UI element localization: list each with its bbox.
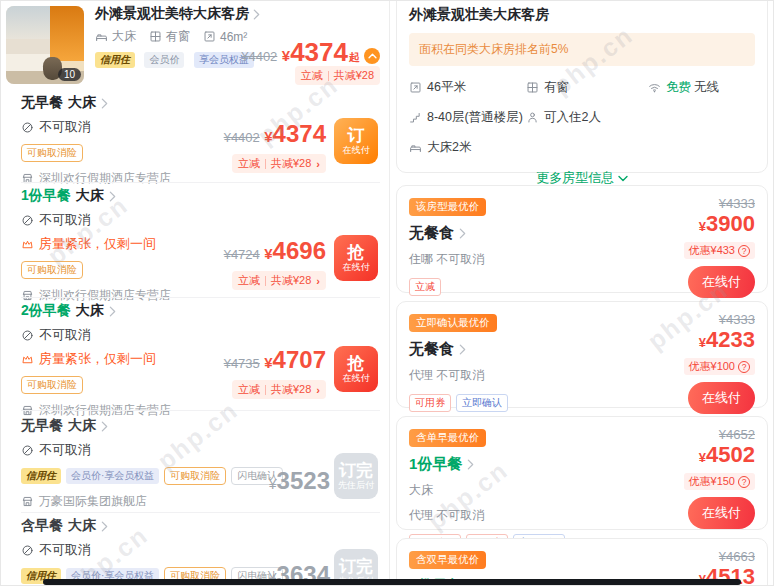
window-icon — [149, 30, 162, 43]
spec-window: 有窗 — [166, 28, 190, 45]
book-button[interactable]: 订在线付 — [334, 118, 378, 164]
bed-label: 大床 — [76, 302, 104, 320]
collapse-button[interactable] — [364, 48, 380, 64]
discount-pill[interactable]: 立减共减¥28› — [232, 380, 326, 399]
bed-label: 大床 — [76, 187, 104, 205]
rate-option-row[interactable]: 1份早餐大床 不可取消 房量紧张，仅剩一间 可购取消险 深圳欢行假期酒店专营店 … — [21, 187, 382, 296]
room-tags: 信用住 会员价 享会员权益 — [95, 50, 259, 68]
credit-stay-tag: 信用住 — [21, 468, 61, 484]
pay-mode-label: 在线付 — [343, 145, 370, 156]
meal-label: 1份早餐 — [21, 187, 71, 205]
price-block: ¥4735 ¥4707 立减共减¥28› — [224, 348, 326, 399]
save-pill[interactable]: 优惠¥100? — [684, 358, 755, 375]
room-info-card: 外滩景观壮美大床客房 面积在同类大床房排名前5% 46平米 有窗 免费无线 8-… — [396, 0, 768, 173]
original-price: ¥4402 — [224, 130, 260, 145]
current-price: 3900 — [706, 211, 755, 236]
no-cancel-icon — [21, 444, 34, 457]
window-icon — [526, 81, 539, 94]
chevron-up-icon — [368, 53, 377, 59]
chevron-right-icon: › — [316, 384, 320, 396]
pay-online-button[interactable]: 在线付 — [688, 497, 755, 529]
price-suffix: 起 — [349, 51, 360, 63]
save-amount: 优惠¥433 — [689, 243, 735, 258]
grab-button[interactable]: 抢在线付 — [334, 346, 378, 392]
currency-symbol: ¥ — [264, 128, 272, 145]
pay-mode-label: 在线付 — [343, 262, 370, 273]
instant-confirm-tag: 立即确认 — [456, 394, 508, 412]
question-icon[interactable]: ? — [738, 476, 750, 488]
original-price: ¥4724 — [224, 247, 260, 262]
currency-symbol: ¥ — [699, 335, 706, 350]
chevron-right-icon: › — [316, 158, 320, 170]
best-price-badge: 该房型最优价 — [409, 198, 486, 216]
area-icon — [203, 30, 216, 43]
rate-option-row[interactable]: 2份早餐大床 不可取消 房量紧张，仅剩一间 可购取消险 深圳欢行假期酒店专营店 … — [21, 302, 382, 407]
photo-wall — [6, 6, 51, 39]
wifi-free-label: 免费 — [666, 79, 691, 96]
room-title-text: 外滩景观壮美特大床客房 — [95, 5, 249, 23]
best-price-badge: 立即确认最优价 — [409, 314, 497, 332]
current-price: 4707 — [273, 346, 326, 373]
save-pill[interactable]: 优惠¥150? — [684, 473, 755, 490]
divider — [21, 410, 380, 411]
cancel-policy: 不可取消 — [39, 118, 91, 136]
grab-button[interactable]: 抢在线付 — [334, 235, 378, 281]
book-button-label: 订完 — [339, 557, 373, 576]
room-photo[interactable]: 10 — [6, 6, 84, 84]
discount-value: 共减¥28 — [334, 68, 374, 83]
price-block: ¥4724 ¥4696 立减共减¥28› — [224, 239, 326, 290]
room-title[interactable]: 外滩景观壮美特大床客房 — [95, 5, 260, 23]
cancel-policy: 不可取消 — [39, 326, 91, 344]
insurance-tag: 可购取消险 — [164, 467, 226, 485]
detail-bed: 大床2米 — [427, 139, 471, 156]
cancel-policy: 不可取消 — [39, 441, 91, 459]
discount-label: 立减 — [238, 382, 260, 397]
best-price-badge: 含双早最优价 — [409, 551, 486, 569]
bed-label: 大床 — [68, 94, 96, 112]
rate-option-row[interactable]: 无早餐大床 不可取消 信用住会员价·享会员权益可购取消险闪电确认 万豪国际集团旗… — [21, 417, 382, 511]
pay-online-button[interactable]: 在线付 — [688, 266, 755, 298]
current-price: 4374 — [273, 120, 326, 147]
book-button-label: 订 — [348, 126, 365, 145]
room-booking-page: php.cn php.cn php.cn php.cn php.cn php.c… — [0, 0, 774, 586]
wifi-label: 无线 — [694, 79, 719, 96]
rate-card[interactable]: 含单早最优价 1份早餐 大床 代理 不可取消 天天特价可用券立即确认 ¥4652… — [396, 416, 768, 530]
original-price: ¥4735 — [224, 356, 260, 371]
price-block: ¥4402 ¥4374 立减共减¥28› — [224, 122, 326, 173]
floor-icon — [409, 111, 422, 124]
detail-area: 46平米 — [427, 79, 466, 96]
question-icon[interactable]: ? — [738, 361, 750, 373]
rate-card[interactable]: 该房型最优价 无餐食 住哪 不可取消 立减 ¥4333 ¥3900 优惠¥433… — [396, 185, 768, 293]
current-price: 4502 — [706, 442, 755, 467]
meal-label: 含早餐 — [21, 517, 63, 535]
rate-option-row[interactable]: 无早餐大床 不可取消 可购取消险 深圳欢行假期酒店专营店 ¥4402 ¥4374… — [21, 94, 382, 180]
discount-pill[interactable]: 立减共减¥28› — [232, 154, 326, 173]
pay-mode-label: 在线付 — [343, 373, 370, 384]
credit-stay-tag: 信用住 — [95, 52, 135, 68]
insurance-tag: 可购取消险 — [21, 376, 83, 394]
discount-label: 立减 — [301, 68, 323, 83]
divider — [21, 182, 380, 183]
chevron-right-icon — [109, 306, 116, 317]
rate-option-row[interactable]: 含早餐大床 不可取消 信用住会员价·享会员权益可购取消险闪电确认 万豪国际集团旗… — [21, 517, 382, 586]
member-price-tag: 会员价 — [144, 52, 184, 68]
meal-label: 无餐食 — [409, 340, 454, 359]
pay-online-button[interactable]: 在线付 — [688, 382, 755, 414]
detail-guests: 可入住2人 — [544, 109, 601, 126]
wifi-icon — [648, 81, 661, 94]
divider — [21, 512, 380, 513]
scarcity-note: 房量紧张，仅剩一间 — [39, 235, 156, 253]
discount-pill[interactable]: 立减共减¥28› — [232, 271, 326, 290]
no-cancel-icon — [21, 329, 34, 342]
chevron-down-icon — [618, 175, 628, 182]
save-amount: 优惠¥100 — [689, 359, 735, 374]
save-pill[interactable]: 优惠¥433? — [684, 242, 755, 259]
photo-count-badge: 10 — [58, 68, 81, 81]
rate-card[interactable]: 立即确认最优价 无餐食 代理 不可取消 可用券立即确认 ¥4333 ¥4233 … — [396, 301, 768, 408]
vendor-name: 万豪国际集团旗舰店 — [39, 493, 147, 510]
currency-symbol: ¥ — [282, 47, 290, 64]
bed-label: 大床 — [68, 417, 96, 435]
more-room-info-label: 更多房型信息 — [536, 170, 614, 185]
question-icon[interactable]: ? — [738, 245, 750, 257]
ranking-banner: 面积在同类大床房排名前5% — [409, 33, 755, 66]
